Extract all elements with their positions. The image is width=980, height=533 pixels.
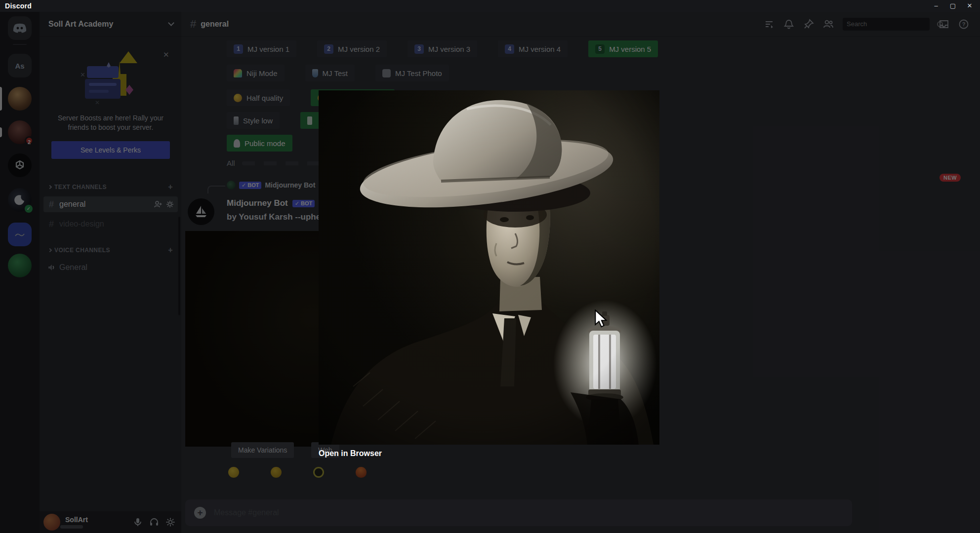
title-bar: Discord – ▢ ✕ xyxy=(0,0,980,12)
minimize-button[interactable]: – xyxy=(928,0,944,12)
open-in-browser-link[interactable]: Open in Browser xyxy=(319,449,659,458)
close-button[interactable]: ✕ xyxy=(961,0,978,12)
maximize-button[interactable]: ▢ xyxy=(944,0,961,12)
portrait-photo[interactable] xyxy=(319,90,659,445)
mouse-cursor xyxy=(594,309,609,330)
app-title: Discord xyxy=(5,2,32,10)
discord-app-window: Discord – ▢ ✕ As 2 xyxy=(0,0,980,533)
image-lightbox: Open in Browser xyxy=(319,90,659,458)
